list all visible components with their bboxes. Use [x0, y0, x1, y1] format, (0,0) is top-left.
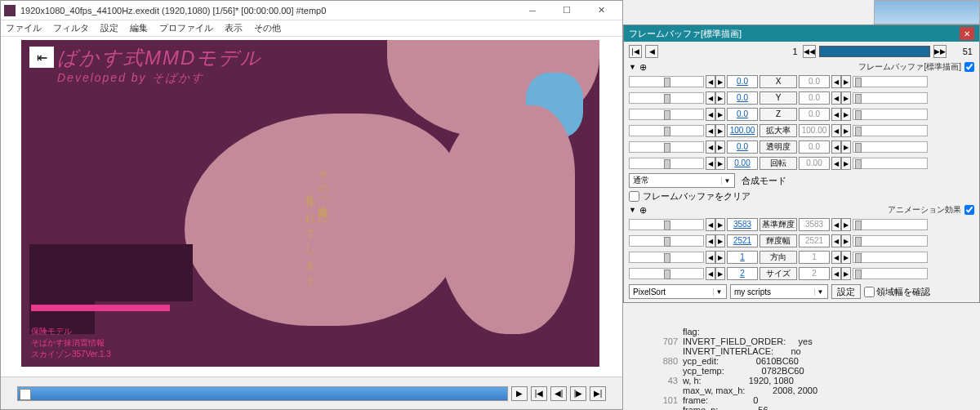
value-right[interactable]: 0.0	[799, 91, 830, 105]
value-right[interactable]: 2521	[799, 234, 830, 247]
decrement-icon[interactable]: ◀	[831, 157, 841, 170]
menu-other[interactable]: その他	[254, 22, 281, 34]
decrement-icon[interactable]: ◀	[831, 267, 841, 280]
decrement-icon[interactable]: ◀	[706, 251, 715, 264]
value-slider-left[interactable]	[629, 141, 704, 153]
value-slider-left[interactable]	[629, 92, 704, 104]
step-fwd-button[interactable]: |▶	[570, 386, 586, 401]
decrement-icon[interactable]: ◀	[831, 108, 841, 121]
value-slider-left[interactable]	[629, 76, 704, 87]
value-left[interactable]: 0.0	[727, 108, 758, 121]
decrement-icon[interactable]: ◀	[706, 140, 715, 154]
frame-prev-icon[interactable]: ◀	[645, 45, 658, 58]
value-slider-right[interactable]	[853, 76, 928, 87]
property-name-button[interactable]: 輝度幅	[760, 234, 797, 247]
decrement-icon[interactable]: ◀	[706, 157, 715, 170]
section-enable-checkbox[interactable]	[964, 62, 974, 72]
decrement-icon[interactable]: ◀	[831, 234, 841, 247]
script-name-combo[interactable]: PixelSort ▼	[629, 284, 727, 299]
value-left[interactable]: 0.0	[727, 91, 758, 105]
spinner-left[interactable]: ◀▶	[706, 218, 725, 231]
spinner-left[interactable]: ◀▶	[706, 124, 725, 137]
property-name-button[interactable]: X	[760, 75, 797, 88]
property-name-button[interactable]: 回転	[760, 157, 797, 170]
decrement-icon[interactable]: ◀	[831, 251, 841, 264]
minimize-button[interactable]: ─	[521, 3, 544, 18]
value-left[interactable]: 1	[727, 251, 758, 264]
value-right[interactable]: 0.0	[799, 108, 830, 121]
decrement-icon[interactable]: ◀	[706, 91, 715, 105]
spinner-left[interactable]: ◀▶	[706, 234, 725, 247]
decrement-icon[interactable]: ◀	[706, 108, 715, 121]
increment-icon[interactable]: ▶	[841, 91, 851, 105]
increment-icon[interactable]: ▶	[841, 157, 851, 170]
spinner-right[interactable]: ◀▶	[831, 218, 851, 231]
value-slider-left[interactable]	[629, 252, 704, 263]
value-right[interactable]: 3583	[799, 218, 830, 231]
decrement-icon[interactable]: ◀	[706, 234, 715, 247]
value-left[interactable]: 0.00	[727, 157, 758, 170]
frame-back-icon[interactable]: ◀◀	[803, 45, 816, 58]
spinner-left[interactable]: ◀▶	[706, 157, 725, 170]
decrement-icon[interactable]: ◀	[706, 218, 715, 231]
spinner-left[interactable]: ◀▶	[706, 75, 725, 88]
increment-icon[interactable]: ▶	[715, 108, 725, 121]
decrement-icon[interactable]: ◀	[831, 91, 841, 105]
collapse-icon[interactable]: ▼	[629, 206, 636, 214]
decrement-icon[interactable]: ◀	[706, 267, 715, 280]
decrement-icon[interactable]: ◀	[831, 218, 841, 231]
value-slider-right[interactable]	[853, 252, 928, 263]
value-left[interactable]: 0.0	[727, 75, 758, 88]
increment-icon[interactable]: ▶	[715, 157, 725, 170]
step-back2-button[interactable]: ◀|	[550, 386, 567, 401]
collapse-icon[interactable]: ▼	[629, 63, 636, 71]
spinner-right[interactable]: ◀▶	[831, 267, 851, 280]
spinner-left[interactable]: ◀▶	[706, 108, 725, 121]
decrement-icon[interactable]: ◀	[831, 75, 841, 88]
value-slider-right[interactable]	[853, 141, 928, 153]
increment-icon[interactable]: ▶	[841, 108, 851, 121]
property-name-button[interactable]: 透明度	[760, 140, 797, 154]
value-left[interactable]: 0.0	[727, 140, 758, 154]
scrub-slider[interactable]	[17, 386, 508, 401]
decrement-icon[interactable]: ◀	[706, 124, 715, 137]
value-right[interactable]: 0.00	[799, 157, 830, 170]
value-slider-right[interactable]	[853, 158, 928, 169]
increment-icon[interactable]: ▶	[841, 218, 851, 231]
value-right[interactable]: 0.0	[799, 140, 830, 154]
step-back-button[interactable]: |◀	[531, 386, 547, 401]
menu-view[interactable]: 表示	[225, 22, 243, 34]
frame-first-icon[interactable]: |◀	[629, 45, 642, 58]
menu-settings[interactable]: 設定	[100, 22, 118, 34]
increment-icon[interactable]: ▶	[841, 234, 851, 247]
value-left[interactable]: 100.00	[727, 124, 758, 137]
menu-profile[interactable]: プロファイル	[159, 22, 213, 34]
increment-icon[interactable]: ▶	[841, 75, 851, 88]
section-enable-checkbox[interactable]	[964, 205, 974, 215]
value-slider-left[interactable]	[629, 235, 704, 247]
value-right[interactable]: 100.00	[799, 124, 830, 137]
maximize-button[interactable]: ☐	[555, 3, 578, 18]
increment-icon[interactable]: ▶	[841, 251, 851, 264]
spinner-right[interactable]: ◀▶	[831, 234, 851, 247]
value-slider-left[interactable]	[629, 268, 704, 279]
spinner-right[interactable]: ◀▶	[831, 157, 851, 170]
value-right[interactable]: 1	[799, 251, 830, 264]
property-name-button[interactable]: 基準輝度	[760, 218, 797, 231]
increment-icon[interactable]: ▶	[841, 124, 851, 137]
decrement-icon[interactable]: ◀	[706, 75, 715, 88]
clear-framebuffer-checkbox[interactable]	[629, 191, 639, 202]
panel-titlebar[interactable]: フレームバッファ[標準描画] ✕	[624, 25, 979, 42]
value-slider-left[interactable]	[629, 125, 704, 136]
region-check-label[interactable]: 領域幅を確認	[864, 286, 930, 298]
spinner-left[interactable]: ◀▶	[706, 251, 725, 264]
script-settings-button[interactable]: 設定	[831, 284, 861, 299]
value-slider-right[interactable]	[853, 235, 928, 247]
value-slider-left[interactable]	[629, 158, 704, 169]
value-right[interactable]: 2	[799, 267, 830, 280]
increment-icon[interactable]: ▶	[715, 91, 725, 105]
decrement-icon[interactable]: ◀	[831, 124, 841, 137]
spinner-left[interactable]: ◀▶	[706, 267, 725, 280]
spinner-right[interactable]: ◀▶	[831, 124, 851, 137]
spinner-right[interactable]: ◀▶	[831, 108, 851, 121]
